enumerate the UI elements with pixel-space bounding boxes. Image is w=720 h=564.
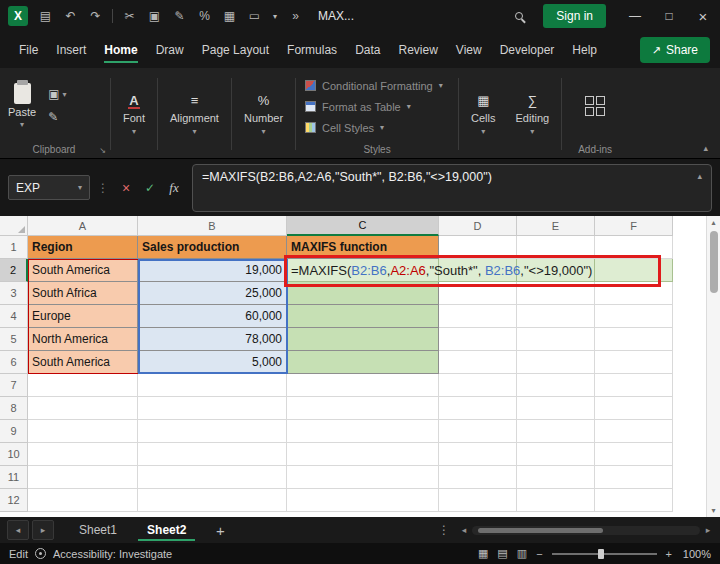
cell-C2[interactable] (287, 259, 439, 282)
cell-B10[interactable] (138, 443, 287, 466)
cell-C6[interactable] (287, 351, 439, 374)
cell-E9[interactable] (517, 420, 595, 443)
save-icon[interactable]: ▤ (33, 3, 58, 29)
cell-F2[interactable] (595, 259, 673, 282)
excel-logo-icon[interactable]: X (8, 6, 28, 26)
editing-group-button[interactable]: ∑ Editing ▾ (506, 70, 560, 158)
cell-C3[interactable] (287, 282, 439, 305)
cell-E12[interactable] (517, 489, 595, 512)
collapse-ribbon-icon[interactable]: ▴ (703, 143, 708, 153)
cell-E8[interactable] (517, 397, 595, 420)
cell-A10[interactable] (28, 443, 138, 466)
normal-view-icon[interactable]: ▦ (478, 547, 488, 560)
cell-C10[interactable] (287, 443, 439, 466)
cell-A8[interactable] (28, 397, 138, 420)
collapse-formula-bar-icon[interactable]: ▴ (697, 171, 702, 181)
sheet-options-icon[interactable]: ⋮ (430, 523, 458, 537)
share-button[interactable]: ↗ Share (640, 37, 710, 63)
zoom-slider-thumb[interactable] (598, 549, 604, 559)
menu-tab-help[interactable]: Help (563, 32, 606, 68)
cell-F4[interactable] (595, 305, 673, 328)
page-layout-view-icon[interactable]: ▤ (497, 547, 507, 560)
horizontal-scroll-track[interactable] (472, 526, 700, 535)
clipboard-dialog-launcher-icon[interactable]: ↘ (99, 146, 106, 155)
zoom-out-icon[interactable]: − (536, 548, 542, 560)
menu-tab-data[interactable]: Data (346, 32, 389, 68)
cell-D9[interactable] (439, 420, 517, 443)
font-group-button[interactable]: A Font ▾ (113, 70, 155, 158)
scroll-down-icon[interactable]: ▾ (707, 504, 720, 517)
column-header-E[interactable]: E (517, 216, 595, 236)
cancel-icon[interactable]: × (116, 176, 136, 200)
cells-group-button[interactable]: ▦ Cells ▾ (461, 70, 505, 158)
column-header-F[interactable]: F (595, 216, 673, 236)
column-header-A[interactable]: A (28, 216, 138, 236)
cell-B11[interactable] (138, 466, 287, 489)
maximize-button[interactable]: □ (652, 0, 686, 32)
row-header-11[interactable]: 11 (0, 466, 28, 489)
name-box[interactable]: EXP ▾ (8, 175, 90, 200)
row-header-2[interactable]: 2 (0, 259, 28, 282)
row-header-8[interactable]: 8 (0, 397, 28, 420)
redo-icon[interactable]: ↷ (83, 3, 108, 29)
scroll-left-icon[interactable]: ◂ (458, 525, 470, 535)
cell-A1[interactable]: Region (28, 236, 138, 259)
cell-D5[interactable] (439, 328, 517, 351)
cell-D2[interactable] (439, 259, 517, 282)
cell-F7[interactable] (595, 374, 673, 397)
cell-A7[interactable] (28, 374, 138, 397)
cell-B1[interactable]: Sales production (138, 236, 287, 259)
picture-icon[interactable]: ▭ (242, 3, 267, 29)
cut-icon[interactable]: ✂ (117, 3, 142, 29)
row-header-12[interactable]: 12 (0, 489, 28, 512)
document-title[interactable]: MAX... (318, 9, 354, 23)
cell-F3[interactable] (595, 282, 673, 305)
scroll-up-icon[interactable]: ▴ (707, 216, 720, 229)
sheet-nav-right-icon[interactable]: ▸ (32, 520, 54, 540)
sheet-tab-sheet1[interactable]: Sheet1 (64, 517, 132, 543)
cell-B12[interactable] (138, 489, 287, 512)
format-as-table-button[interactable]: Format as Table▾ (302, 97, 452, 116)
cell-A9[interactable] (28, 420, 138, 443)
vertical-scroll-thumb[interactable] (710, 231, 718, 293)
cell-F8[interactable] (595, 397, 673, 420)
cell-D10[interactable] (439, 443, 517, 466)
cell-C5[interactable] (287, 328, 439, 351)
cell-A4[interactable]: Europe (28, 305, 138, 328)
cell-A11[interactable] (28, 466, 138, 489)
cell-D3[interactable] (439, 282, 517, 305)
cell-C4[interactable] (287, 305, 439, 328)
zoom-in-icon[interactable]: + (666, 548, 672, 560)
sheet-nav-left-icon[interactable]: ◂ (7, 520, 29, 540)
cell-C9[interactable] (287, 420, 439, 443)
row-header-6[interactable]: 6 (0, 351, 28, 374)
chevron-down-icon[interactable]: ▾ (267, 3, 283, 29)
alignment-group-button[interactable]: ≡ Alignment ▾ (160, 70, 229, 158)
menu-tab-draw[interactable]: Draw (147, 32, 193, 68)
cell-A2[interactable]: South America (28, 259, 138, 282)
menu-tab-developer[interactable]: Developer (491, 32, 564, 68)
row-header-10[interactable]: 10 (0, 443, 28, 466)
cell-E1[interactable] (517, 236, 595, 259)
formula-input[interactable]: =MAXIFS(B2:B6,A2:A6,"South*", B2:B6,"<>1… (192, 164, 712, 212)
cell-C12[interactable] (287, 489, 439, 512)
cell-B3[interactable]: 25,000 (138, 282, 287, 305)
percent-icon[interactable]: % (192, 3, 217, 29)
row-header-5[interactable]: 5 (0, 328, 28, 351)
cell-B8[interactable] (138, 397, 287, 420)
cell-F12[interactable] (595, 489, 673, 512)
close-button[interactable]: × (686, 0, 720, 32)
page-break-preview-icon[interactable]: ▥ (517, 547, 527, 560)
cell-B5[interactable]: 78,000 (138, 328, 287, 351)
cell-C1[interactable]: MAXIFS function (287, 236, 439, 259)
cell-B2[interactable]: 19,000 (138, 259, 287, 282)
cell-E4[interactable] (517, 305, 595, 328)
cell-D4[interactable] (439, 305, 517, 328)
insert-function-icon[interactable]: fx (164, 176, 184, 200)
cell-E6[interactable] (517, 351, 595, 374)
paste-button[interactable]: Paste ▾ (0, 83, 44, 129)
cell-B7[interactable] (138, 374, 287, 397)
menu-tab-page-layout[interactable]: Page Layout (193, 32, 278, 68)
row-header-1[interactable]: 1 (0, 236, 28, 259)
cell-F6[interactable] (595, 351, 673, 374)
